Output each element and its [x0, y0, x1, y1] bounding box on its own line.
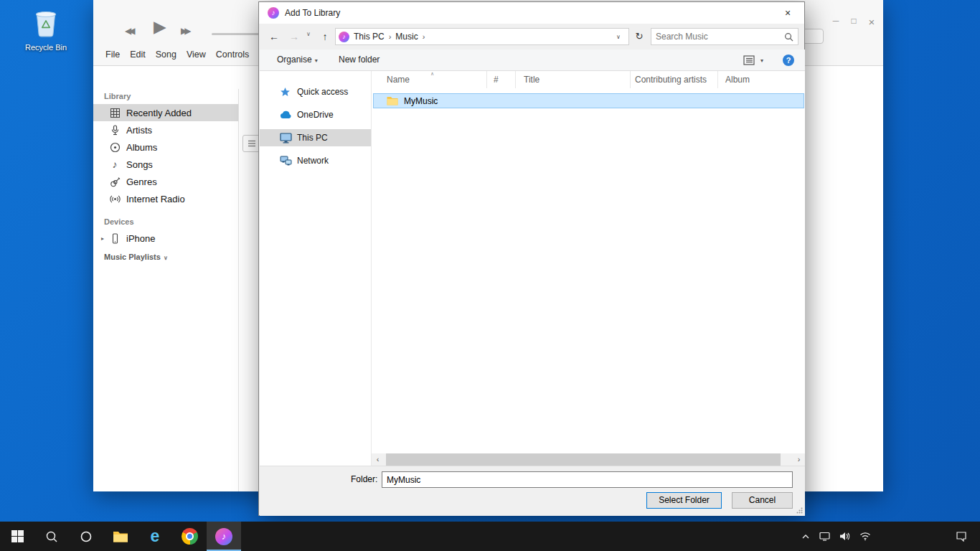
- menu-edit[interactable]: Edit: [125, 44, 151, 65]
- sidebar-item-label: Songs: [126, 159, 153, 170]
- windows-logo-icon: [11, 530, 24, 542]
- file-explorer-button[interactable]: [103, 522, 138, 551]
- close-icon: ×: [785, 7, 791, 19]
- recycle-bin-image: [20, 6, 72, 42]
- column-header-number[interactable]: #: [487, 71, 516, 88]
- new-folder-button[interactable]: New folder: [339, 50, 380, 70]
- desktop[interactable]: { "colors": { "accent": "#0078d7", "sele…: [0, 0, 980, 551]
- guitar-icon: [109, 176, 121, 187]
- nav-forward-button[interactable]: →: [285, 28, 303, 45]
- music-playlists-header[interactable]: Music Playlists∨: [104, 253, 168, 261]
- cortana-button[interactable]: [69, 522, 103, 551]
- nav-item-network[interactable]: Network: [260, 152, 371, 169]
- nav-up-button[interactable]: ↑: [316, 28, 334, 45]
- folder-name-input[interactable]: [382, 471, 793, 488]
- menu-controls[interactable]: Controls: [211, 44, 255, 65]
- dialog-close-button[interactable]: ×: [771, 2, 804, 24]
- menu-file[interactable]: File: [100, 44, 125, 65]
- cancel-button[interactable]: Cancel: [732, 492, 793, 509]
- nav-history-dropdown-icon[interactable]: ∨: [303, 31, 314, 37]
- dropdown-icon: ▾: [315, 57, 318, 64]
- file-row-mymusic[interactable]: MyMusic: [373, 93, 804, 108]
- maximize-icon[interactable]: □: [849, 16, 859, 28]
- sidebar-item-internet-radio[interactable]: Internet Radio: [93, 190, 238, 207]
- select-folder-button[interactable]: Select Folder: [646, 492, 722, 509]
- itunes-app-icon: ♪: [268, 7, 279, 19]
- chrome-button[interactable]: [172, 522, 207, 551]
- start-button[interactable]: [0, 522, 34, 551]
- help-button[interactable]: ?: [783, 55, 794, 66]
- internet-explorer-button[interactable]: e: [138, 522, 172, 551]
- action-center-button[interactable]: [956, 522, 967, 551]
- sidebar-item-songs[interactable]: ♪ Songs: [93, 156, 238, 173]
- expander-icon[interactable]: ▸: [101, 235, 109, 242]
- sidebar-item-label: Internet Radio: [126, 194, 185, 204]
- organise-button[interactable]: Organise▾: [277, 50, 318, 71]
- collapse-chevron-icon: ∨: [164, 255, 168, 261]
- computer-icon: [280, 132, 292, 143]
- internet-explorer-icon: e: [151, 528, 160, 545]
- nav-item-this-pc[interactable]: This PC: [260, 129, 371, 146]
- sidebar-item-artists[interactable]: Artists: [93, 121, 238, 138]
- search-input[interactable]: [656, 32, 784, 42]
- dialog-title-bar[interactable]: ♪ Add To Library ×: [259, 2, 804, 24]
- list-icon: [248, 140, 256, 147]
- breadcrumb-this-pc[interactable]: This PC: [349, 32, 389, 42]
- nav-item-label: OneDrive: [297, 110, 334, 120]
- menu-song[interactable]: Song: [151, 44, 182, 65]
- address-dropdown-icon[interactable]: ∨: [611, 34, 626, 40]
- recycle-bin-icon[interactable]: Recycle Bin: [20, 6, 72, 52]
- breadcrumb-music[interactable]: Music: [391, 32, 422, 42]
- tray-expand-icon[interactable]: [801, 532, 810, 541]
- grid-icon: [109, 107, 121, 118]
- sidebar-item-albums[interactable]: Albums: [93, 138, 238, 156]
- play-icon[interactable]: ▶: [154, 17, 166, 37]
- file-name: MyMusic: [404, 96, 438, 106]
- recycle-bin-label: Recycle Bin: [20, 43, 72, 52]
- sidebar-item-label: Artists: [126, 125, 152, 136]
- sidebar-item-label: Recently Added: [126, 108, 192, 118]
- menu-view[interactable]: View: [182, 44, 211, 65]
- nav-back-button[interactable]: ←: [265, 28, 283, 45]
- close-icon[interactable]: ×: [867, 16, 877, 28]
- column-header-name[interactable]: Name: [372, 71, 487, 88]
- search-box: [651, 28, 798, 45]
- taskbar: e ♪: [0, 522, 980, 551]
- sidebar-item-iphone[interactable]: ▸ iPhone: [93, 230, 238, 247]
- volume-icon[interactable]: [839, 532, 850, 541]
- network-wifi-icon[interactable]: [859, 532, 871, 541]
- fast-forward-icon[interactable]: ▶▶: [181, 26, 188, 36]
- scroll-left-icon[interactable]: ‹: [372, 453, 384, 466]
- system-tray: [801, 522, 871, 551]
- rewind-icon[interactable]: ◀◀: [125, 26, 132, 36]
- taskbar-search-button[interactable]: [34, 522, 69, 551]
- itunes-taskbar-button[interactable]: ♪: [207, 522, 241, 551]
- column-header-contributing-artists[interactable]: Contributing artists: [631, 71, 718, 88]
- column-header-album[interactable]: Album: [718, 71, 806, 88]
- nav-item-quick-access[interactable]: Quick access: [260, 83, 371, 100]
- display-icon[interactable]: [819, 532, 830, 541]
- sidebar-item-genres[interactable]: Genres: [93, 173, 238, 190]
- star-icon: [280, 86, 292, 98]
- folder-label: Folder:: [351, 474, 377, 484]
- minimize-icon[interactable]: ─: [831, 16, 841, 28]
- itunes-icon: ♪: [215, 528, 232, 545]
- resize-grip[interactable]: [796, 507, 803, 514]
- scroll-right-icon[interactable]: ›: [793, 453, 805, 466]
- sidebar-item-recently-added[interactable]: Recently Added: [93, 104, 238, 121]
- nav-item-label: This PC: [297, 133, 328, 143]
- refresh-icon[interactable]: ↻: [631, 28, 647, 45]
- nav-item-label: Quick access: [297, 87, 348, 97]
- dropdown-icon: ▾: [760, 57, 763, 64]
- file-list-pane: Name ∧ # Title Contributing artists Albu…: [371, 71, 805, 466]
- column-header-title[interactable]: Title: [516, 71, 631, 88]
- address-bar[interactable]: ♪ This PC › Music › ∨: [335, 28, 629, 45]
- devices-section-label: Devices: [104, 217, 134, 226]
- breadcrumb-chevron-icon[interactable]: ›: [423, 32, 425, 41]
- view-mode-button[interactable]: ▾: [743, 55, 763, 65]
- scrollbar-thumb[interactable]: [386, 453, 781, 466]
- cloud-icon: [280, 109, 292, 121]
- library-section-label: Library: [104, 92, 131, 100]
- horizontal-scrollbar[interactable]: ‹ ›: [372, 453, 805, 466]
- nav-item-onedrive[interactable]: OneDrive: [260, 106, 371, 123]
